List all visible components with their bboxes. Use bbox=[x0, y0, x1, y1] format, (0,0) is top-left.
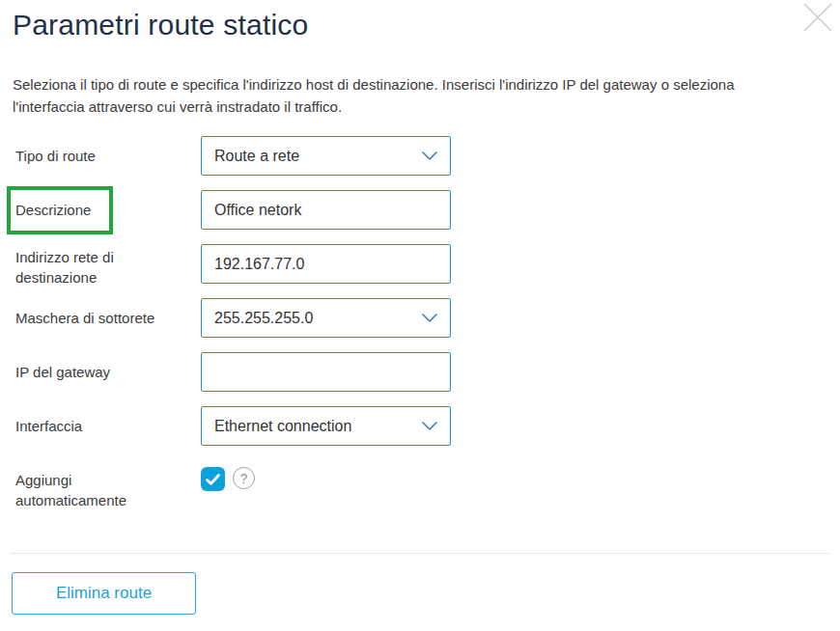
description-line-2: l'interfaccia attraverso cui verrà instr… bbox=[13, 96, 819, 118]
dialog-description: Seleziona il tipo di route e specifica l… bbox=[13, 73, 819, 118]
subnet-mask-value: 255.255.255.0 bbox=[214, 310, 313, 327]
checkmark-icon bbox=[205, 473, 221, 486]
gateway-ip-label: IP del gateway bbox=[15, 352, 189, 392]
route-type-label: Tipo di route bbox=[15, 136, 189, 176]
chevron-down-icon bbox=[422, 422, 437, 430]
dest-network-label: Indirizzo rete di destinazione bbox=[15, 242, 160, 292]
chevron-down-icon bbox=[422, 151, 437, 160]
auto-add-label: Aggiungi automaticamente bbox=[15, 470, 160, 512]
auto-add-checkbox[interactable] bbox=[201, 467, 225, 491]
interface-label: Interfaccia bbox=[15, 406, 189, 446]
dest-network-input[interactable] bbox=[201, 244, 451, 284]
chevron-down-icon bbox=[422, 314, 437, 322]
question-mark-glyph: ? bbox=[240, 471, 248, 486]
interface-select[interactable]: Ethernet connection bbox=[201, 406, 451, 446]
subnet-mask-select[interactable]: 255.255.255.0 bbox=[201, 298, 451, 338]
static-route-dialog: Parametri route statico Seleziona il tip… bbox=[0, 0, 840, 631]
interface-value: Ethernet connection bbox=[214, 418, 351, 435]
help-icon[interactable]: ? bbox=[233, 467, 255, 489]
delete-route-button[interactable]: Elimina route bbox=[12, 572, 196, 615]
page-title: Parametri route statico bbox=[13, 7, 308, 43]
gateway-ip-input[interactable] bbox=[201, 352, 451, 392]
close-button[interactable] bbox=[801, 1, 834, 34]
close-icon bbox=[802, 2, 833, 33]
description-label: Descrizione bbox=[15, 190, 160, 230]
description-input[interactable] bbox=[201, 190, 451, 230]
route-type-value: Route a rete bbox=[214, 148, 299, 165]
description-line-1: Seleziona il tipo di route e specifica l… bbox=[13, 73, 819, 96]
route-type-select[interactable]: Route a rete bbox=[201, 136, 451, 176]
footer-divider bbox=[10, 553, 830, 554]
subnet-mask-label: Maschera di sottorete bbox=[15, 298, 189, 338]
